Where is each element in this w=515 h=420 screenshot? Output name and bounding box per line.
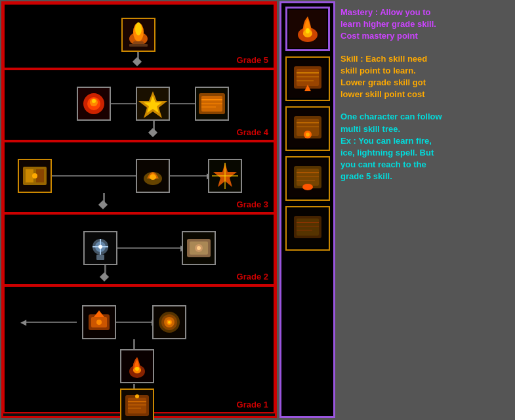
- mastery-info-title: Mastery : Allow you to: [340, 7, 510, 18]
- conn-3-h1: [52, 175, 137, 177]
- conn-1-left: [24, 322, 77, 323]
- svg-rect-61: [128, 398, 146, 413]
- diamond-5-4: [133, 57, 142, 66]
- svg-point-69: [306, 28, 310, 33]
- skill-tree-panel: Grade 5 ▶ ▶: [1, 1, 277, 418]
- svg-point-54: [168, 321, 171, 324]
- mastery-info-body: learn higher grade skill.Cost mastery po…: [340, 18, 510, 42]
- svg-point-37: [98, 245, 102, 249]
- svg-point-3: [135, 22, 142, 35]
- skill-icon-grade4-1[interactable]: [77, 87, 111, 121]
- svg-rect-93: [297, 219, 319, 236]
- mastery-info-block: Mastery : Allow you to learn higher grad…: [340, 7, 510, 43]
- conn-1-h1: [116, 322, 154, 323]
- grade-3-row: ▶ Grade 3: [3, 141, 275, 213]
- svg-rect-38: [96, 255, 104, 260]
- multi-info-block: One character can follow multi skill tre…: [340, 111, 510, 182]
- mastery-icon-2[interactable]: [285, 56, 330, 101]
- skill-info-body: skill point to learn.Lower grade skill g…: [340, 65, 510, 101]
- diamond-2: [100, 272, 109, 282]
- skill-icon-grade1-2[interactable]: [152, 305, 186, 339]
- skill-icon-grade2-1[interactable]: [83, 231, 117, 265]
- skill-info-title: Skill : Each skill need: [340, 53, 510, 65]
- svg-point-48: [96, 320, 102, 325]
- svg-point-43: [197, 246, 201, 250]
- grade-2-label: Grade 2: [237, 272, 268, 282]
- diamond-3: [98, 200, 108, 209]
- svg-point-10: [92, 99, 96, 103]
- diamond-4: [148, 128, 157, 137]
- svg-point-90: [302, 184, 313, 190]
- skill-icon-grade3-2[interactable]: [136, 159, 170, 193]
- grade-1-row: ▶: [3, 285, 275, 413]
- grade-4-row: ▶ ▶ Grade 4: [3, 69, 275, 141]
- svg-rect-86: [297, 169, 319, 186]
- svg-point-65: [135, 394, 139, 398]
- info-panel: Mastery : Allow you to learn higher grad…: [335, 0, 515, 420]
- svg-point-58: [135, 367, 139, 371]
- skill-icon-grade1-3[interactable]: [120, 349, 154, 383]
- grade-5-row: Grade 5: [3, 3, 275, 69]
- mastery-icon-5[interactable]: [285, 206, 330, 251]
- skill-icon-grade4-2[interactable]: [136, 87, 170, 121]
- skill-icon-grade4-3[interactable]: [195, 87, 229, 121]
- grade-1-label: Grade 1: [237, 400, 268, 410]
- skill-icon-grade2-2[interactable]: [182, 231, 216, 265]
- svg-point-24: [32, 173, 37, 178]
- grade-4-label: Grade 4: [237, 127, 268, 137]
- mastery-icon-3[interactable]: [285, 106, 330, 151]
- svg-point-27: [150, 175, 156, 180]
- mastery-icon-4[interactable]: [285, 156, 330, 201]
- grade-5-label: Grade 5: [237, 55, 268, 65]
- svg-rect-5: [129, 44, 148, 47]
- svg-rect-72: [297, 69, 319, 86]
- skill-icon-grade3-1[interactable]: [18, 159, 52, 193]
- mastery-icon-1[interactable]: [285, 7, 330, 51]
- grade-2-row: ▶ Grade 2: [3, 213, 275, 285]
- skill-icon-grade5[interactable]: [121, 18, 155, 52]
- conn-2-h: [117, 247, 183, 249]
- grade-3-label: Grade 3: [237, 200, 268, 209]
- multi-info-body: multi skill tree.Ex : You can learn fire…: [340, 123, 510, 183]
- svg-point-83: [306, 133, 310, 136]
- skill-info-block: Skill : Each skill need skill point to l…: [340, 53, 510, 101]
- conn-3-h2: [170, 175, 209, 177]
- skill-icon-grade3-3[interactable]: [208, 159, 242, 193]
- skill-icon-grade1-4[interactable]: [120, 388, 154, 420]
- multi-info-title: One character can follow: [340, 111, 510, 123]
- skill-icon-grade1-1[interactable]: [82, 305, 116, 339]
- mastery-panel: [279, 1, 335, 418]
